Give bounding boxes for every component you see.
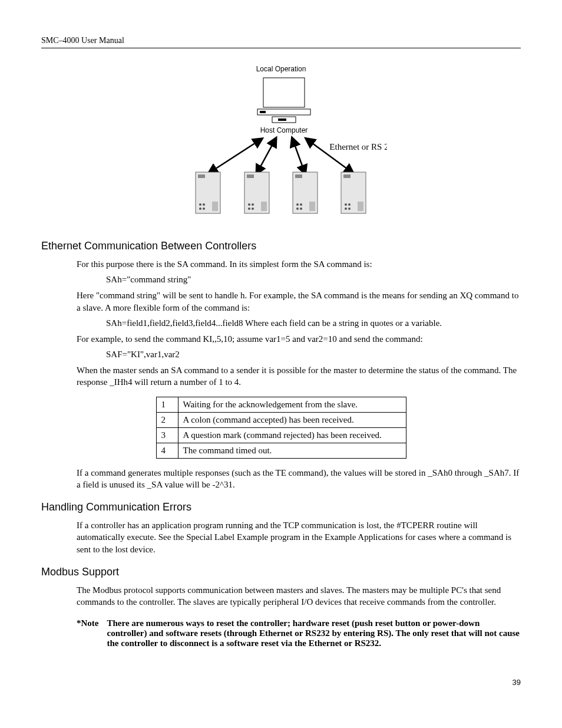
status-table: 1 Waiting for the acknowledgement from t…: [156, 397, 406, 459]
cell-num: 2: [156, 412, 178, 427]
svg-point-35: [348, 207, 351, 210]
controller-icon: [341, 172, 366, 213]
cell-num: 4: [156, 443, 178, 458]
svg-rect-22: [261, 202, 267, 211]
para: The Modbus protocol supports communicati…: [77, 584, 521, 608]
heading-errors: Handling Communication Errors: [41, 501, 521, 513]
svg-rect-29: [309, 202, 315, 211]
para: If a command generates multiple response…: [77, 467, 521, 491]
code-line: SAF="KI",var1,var2: [106, 350, 521, 360]
svg-point-12: [203, 203, 205, 206]
note-label: *Note: [77, 618, 99, 648]
svg-point-34: [345, 207, 347, 210]
svg-rect-4: [260, 111, 266, 113]
cell-desc: Waiting for the acknowledgement from the…: [178, 397, 406, 412]
para: Here "command string" will be sent to ha…: [77, 289, 521, 314]
svg-point-21: [252, 207, 254, 210]
para: If a controller has an application progr…: [77, 519, 521, 555]
controller-icon: [293, 172, 318, 213]
host-computer-icon: [257, 78, 310, 123]
svg-point-14: [203, 207, 205, 210]
svg-point-33: [348, 203, 351, 206]
controller-icon: [244, 172, 269, 213]
page-number: 39: [41, 678, 521, 687]
code-line: SAh="command string": [106, 275, 521, 285]
diagram-label-local-operation: Local Operation: [256, 65, 306, 73]
heading-modbus: Modbus Support: [41, 566, 521, 578]
network-diagram: Local Operation Host Computer Ethernet o…: [41, 63, 521, 222]
svg-point-32: [345, 203, 347, 206]
svg-line-5: [210, 140, 260, 172]
svg-point-13: [199, 207, 201, 210]
diagram-label-host: Host Computer: [260, 126, 308, 134]
controller-icon: [196, 172, 220, 213]
svg-point-19: [252, 203, 254, 206]
cell-num: 1: [156, 397, 178, 412]
svg-rect-10: [198, 174, 205, 178]
table-row: 3 A question mark (command rejected) has…: [156, 427, 406, 443]
para: When the master sends an SA command to a…: [77, 364, 521, 388]
cell-desc: A question mark (command rejected) has b…: [178, 427, 406, 443]
code-line: SAh=field1,field2,field3,field4...field8…: [106, 318, 521, 328]
svg-point-11: [199, 203, 201, 206]
svg-rect-3: [278, 118, 286, 121]
table-row: 4 The command timed out.: [156, 443, 406, 458]
svg-point-20: [248, 207, 250, 210]
para: For example, to send the command KI,,5,1…: [77, 333, 521, 345]
svg-rect-31: [343, 174, 351, 178]
page-header: SMC–4000 User Manual: [41, 35, 521, 48]
svg-point-25: [296, 203, 299, 206]
diagram-svg: Host Computer Ethernet or RS 232: [175, 75, 387, 222]
svg-line-6: [257, 140, 275, 172]
cell-num: 3: [156, 427, 178, 443]
cell-desc: The command timed out.: [178, 443, 406, 458]
svg-point-27: [296, 207, 299, 210]
svg-rect-15: [212, 202, 218, 211]
table-row: 2 A colon (command accepted) has been re…: [156, 412, 406, 427]
table-row: 1 Waiting for the acknowledgement from t…: [156, 397, 406, 412]
diagram-label-link: Ethernet or RS 232: [329, 142, 387, 151]
svg-rect-24: [295, 174, 302, 178]
manual-title: SMC–4000 User Manual: [41, 36, 124, 45]
svg-point-18: [248, 203, 250, 206]
cell-desc: A colon (command accepted) has been rece…: [178, 412, 406, 427]
heading-ethernet: Ethernet Communication Between Controlle…: [41, 240, 521, 252]
note-body: There are numerous ways to reset the con…: [107, 618, 521, 648]
note-block: *Note There are numerous ways to reset t…: [77, 618, 521, 648]
para: For this purpose there is the SA command…: [77, 258, 521, 270]
svg-point-26: [300, 203, 302, 206]
svg-rect-36: [358, 202, 363, 211]
svg-rect-0: [263, 78, 305, 107]
svg-line-7: [293, 140, 305, 172]
svg-point-28: [300, 207, 302, 210]
svg-rect-17: [247, 174, 254, 178]
